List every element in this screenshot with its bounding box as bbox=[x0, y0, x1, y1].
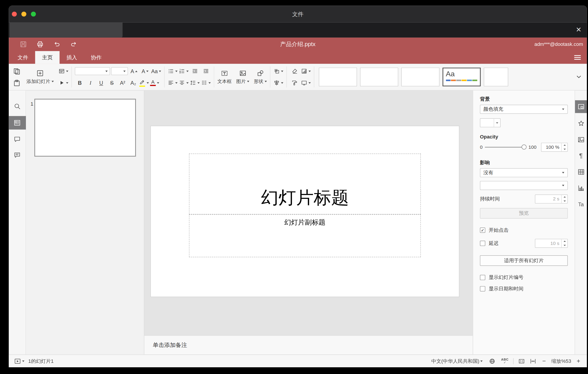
text-box-button[interactable]: 文本框 bbox=[217, 69, 232, 85]
tab-home[interactable]: 主页 bbox=[35, 51, 59, 64]
slide-settings-button[interactable] bbox=[575, 100, 587, 113]
close-icon[interactable]: ✕ bbox=[576, 25, 581, 34]
start-slideshow-button[interactable] bbox=[58, 78, 68, 88]
background-color-picker[interactable] bbox=[480, 118, 500, 127]
paragraph-settings-button[interactable]: ¶ bbox=[575, 150, 587, 161]
delay-up-button[interactable] bbox=[562, 239, 567, 243]
background-fill-select[interactable]: 颜色填充 bbox=[480, 105, 568, 114]
globe-icon[interactable] bbox=[489, 358, 496, 364]
opacity-slider-handle[interactable] bbox=[522, 144, 526, 149]
theme-tile[interactable] bbox=[360, 67, 398, 86]
theme-tile[interactable] bbox=[319, 67, 357, 86]
bullets-button[interactable] bbox=[168, 66, 178, 76]
effect-select[interactable]: 没有 bbox=[480, 168, 568, 177]
chat-button[interactable] bbox=[9, 149, 26, 161]
slide-size-button[interactable] bbox=[301, 78, 311, 88]
delay-down-button[interactable] bbox=[562, 243, 567, 247]
spellcheck-button[interactable]: ABC ✓ bbox=[501, 358, 509, 364]
copy-style-button[interactable] bbox=[290, 78, 300, 88]
duration-spinner[interactable]: 2 s bbox=[535, 195, 568, 204]
search-button[interactable] bbox=[9, 100, 26, 112]
preview-button[interactable]: 预览 bbox=[480, 208, 568, 219]
insert-columns-button[interactable] bbox=[201, 78, 211, 88]
chart-settings-icon bbox=[577, 184, 585, 192]
opacity-down-button[interactable] bbox=[562, 147, 567, 151]
slide-canvas[interactable]: 幻灯片标题 幻灯片副标题 bbox=[144, 91, 473, 336]
arrange-button[interactable] bbox=[273, 66, 283, 76]
insert-image-button[interactable]: 图片 bbox=[236, 69, 249, 85]
theme-tile[interactable] bbox=[484, 67, 508, 86]
text-art-settings-button[interactable]: Ta bbox=[575, 199, 587, 210]
zoom-out-button[interactable]: − bbox=[541, 358, 547, 364]
copy-style-icon bbox=[291, 80, 298, 86]
slide-thumbnail[interactable] bbox=[34, 99, 136, 157]
italic-button[interactable]: I bbox=[85, 78, 95, 88]
duration-up-button[interactable] bbox=[562, 195, 567, 199]
decrease-indent-button[interactable] bbox=[190, 66, 200, 76]
fit-slide-button[interactable] bbox=[518, 358, 525, 364]
show-date-time-checkbox[interactable] bbox=[480, 286, 485, 291]
strikethrough-button[interactable]: S bbox=[107, 78, 117, 88]
underline-button[interactable]: U bbox=[96, 78, 106, 88]
tab-file[interactable]: 文件 bbox=[11, 51, 35, 64]
maximize-traffic-light-icon[interactable] bbox=[31, 12, 36, 17]
increase-indent-button[interactable] bbox=[201, 66, 211, 76]
comments-button[interactable] bbox=[9, 133, 26, 145]
font-color-button[interactable]: A bbox=[150, 78, 159, 88]
highlight-color-button[interactable] bbox=[139, 78, 149, 88]
duration-down-button[interactable] bbox=[562, 199, 567, 203]
effect-type-select[interactable] bbox=[480, 181, 568, 190]
opacity-slider[interactable] bbox=[485, 144, 526, 150]
decrease-font-button[interactable]: A bbox=[140, 66, 150, 76]
close-traffic-light-icon[interactable] bbox=[12, 12, 17, 17]
notes-area[interactable]: 单击添加备注 bbox=[144, 335, 473, 354]
language-select[interactable]: 中文(中华人民共和国) bbox=[431, 358, 483, 364]
zoom-in-button[interactable]: + bbox=[576, 358, 581, 364]
horizontal-align-button[interactable] bbox=[168, 78, 178, 88]
show-slide-number-checkbox[interactable] bbox=[480, 275, 485, 280]
delay-checkbox[interactable] bbox=[480, 241, 485, 246]
theme-tile-selected[interactable]: Aa bbox=[442, 67, 481, 86]
start-on-click-checkbox[interactable]: ✓ bbox=[480, 228, 485, 233]
menu-icon[interactable] bbox=[574, 55, 581, 60]
line-spacing-button[interactable] bbox=[190, 78, 200, 88]
change-case-button[interactable]: Aa bbox=[151, 66, 161, 76]
table-settings-button[interactable] bbox=[575, 166, 587, 178]
opacity-spinner[interactable]: 100 % bbox=[541, 143, 568, 152]
shape-settings-button[interactable] bbox=[575, 118, 587, 129]
font-name-select[interactable] bbox=[75, 67, 110, 75]
apply-to-all-slides-button[interactable]: 适用于所有幻灯片 bbox=[480, 255, 568, 266]
chevron-down-icon bbox=[281, 70, 283, 72]
theme-gallery-expand-button[interactable] bbox=[574, 66, 584, 88]
font-size-select[interactable] bbox=[111, 67, 128, 75]
copy-button[interactable] bbox=[12, 66, 22, 76]
bold-button[interactable]: B bbox=[75, 78, 85, 88]
superscript-button[interactable]: A² bbox=[117, 78, 127, 88]
delay-spinner[interactable]: 10 s bbox=[535, 239, 568, 248]
slide-subtitle-placeholder[interactable]: 幻灯片副标题 bbox=[189, 215, 421, 257]
align-shapes-button[interactable] bbox=[273, 78, 283, 88]
vertical-align-button[interactable] bbox=[179, 78, 189, 88]
tab-collaboration[interactable]: 协作 bbox=[84, 51, 108, 64]
chart-settings-button[interactable] bbox=[575, 183, 587, 194]
fill-color-button[interactable] bbox=[301, 66, 311, 76]
tab-insert[interactable]: 插入 bbox=[60, 51, 84, 64]
clear-style-button[interactable] bbox=[290, 66, 300, 76]
increase-font-button[interactable]: A bbox=[129, 66, 139, 76]
start-slideshow-statusbar-button[interactable] bbox=[14, 358, 24, 364]
theme-tile[interactable] bbox=[401, 67, 440, 86]
slide-title-placeholder[interactable]: 幻灯片标题 bbox=[189, 154, 421, 215]
chevron-down-icon bbox=[481, 360, 483, 362]
subscript-button[interactable]: A₂ bbox=[128, 78, 138, 88]
fit-width-button[interactable] bbox=[530, 358, 537, 364]
slides-panel-button[interactable] bbox=[9, 116, 26, 130]
paste-button[interactable] bbox=[12, 78, 22, 88]
minimize-traffic-light-icon[interactable] bbox=[21, 12, 26, 17]
opacity-up-button[interactable] bbox=[562, 143, 567, 147]
change-layout-button[interactable] bbox=[58, 66, 68, 76]
numbering-button[interactable] bbox=[179, 66, 189, 76]
slide[interactable]: 幻灯片标题 幻灯片副标题 bbox=[151, 126, 459, 297]
image-settings-button[interactable] bbox=[575, 134, 587, 145]
add-slide-button[interactable]: 添加幻灯片 bbox=[22, 69, 58, 85]
insert-shape-button[interactable]: 形状 bbox=[254, 69, 267, 85]
